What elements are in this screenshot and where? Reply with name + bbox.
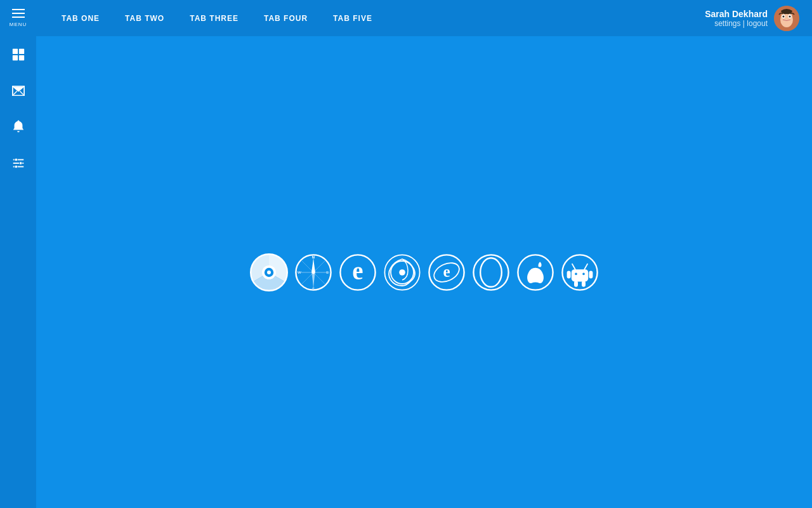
svg-rect-1: [18, 48, 23, 53]
svg-rect-2: [12, 55, 17, 60]
svg-rect-56: [582, 281, 586, 287]
apple-icon: [514, 251, 556, 293]
svg-rect-55: [574, 281, 578, 287]
hamburger-line-2: [12, 13, 25, 14]
svg-point-8: [15, 158, 18, 161]
mail-icon[interactable]: [0, 72, 36, 109]
svg-point-44: [473, 255, 508, 290]
svg-point-10: [15, 165, 18, 168]
svg-point-31: [311, 271, 315, 274]
svg-point-17: [789, 15, 791, 17]
svg-rect-54: [589, 271, 593, 278]
svg-line-52: [584, 264, 587, 269]
ie-icon: e: [426, 251, 467, 293]
svg-point-23: [267, 271, 271, 274]
notifications-icon[interactable]: [0, 109, 36, 145]
svg-text:S: S: [311, 286, 314, 290]
svg-rect-53: [566, 271, 570, 278]
svg-line-51: [572, 264, 575, 269]
top-nav: TAB ONE TAB TWO TAB THREE TAB FOUR TAB F…: [36, 0, 812, 36]
safari-icon: N E S W: [292, 251, 334, 293]
logout-link[interactable]: logout: [747, 19, 768, 28]
content-area: N E S W e: [36, 36, 812, 508]
tab-two[interactable]: TAB TWO: [112, 0, 177, 36]
menu-button[interactable]: MENU: [0, 0, 36, 36]
settings-link[interactable]: settings: [714, 19, 740, 28]
opera-icon: [470, 251, 511, 293]
svg-point-40: [399, 269, 405, 276]
tab-four[interactable]: TAB FOUR: [251, 0, 320, 36]
tab-one[interactable]: TAB ONE: [49, 0, 112, 36]
android-icon: [559, 251, 600, 293]
svg-text:W: W: [297, 270, 301, 274]
svg-point-50: [582, 272, 585, 275]
nav-tabs: TAB ONE TAB TWO TAB THREE TAB FOUR TAB F…: [49, 0, 705, 36]
svg-point-45: [480, 258, 502, 287]
svg-point-49: [575, 272, 577, 275]
separator: |: [743, 19, 745, 28]
svg-text:e: e: [443, 263, 450, 280]
svg-text:E: E: [326, 270, 329, 274]
svg-point-16: [783, 15, 785, 17]
user-info: Sarah Dekhard settings | logout: [705, 9, 768, 28]
firefox-icon: [381, 251, 422, 293]
chrome-icon: [248, 251, 289, 293]
browser-icons-group: N E S W e: [248, 251, 600, 293]
svg-rect-3: [18, 55, 23, 60]
menu-label: MENU: [10, 22, 27, 27]
tab-five[interactable]: TAB FIVE: [320, 0, 385, 36]
user-area: Sarah Dekhard settings | logout: [705, 6, 799, 31]
avatar: [774, 6, 799, 31]
main-area: TAB ONE TAB TWO TAB THREE TAB FOUR TAB F…: [36, 0, 812, 508]
hamburger-line-1: [12, 9, 25, 10]
svg-text:N: N: [311, 255, 314, 259]
svg-rect-48: [571, 269, 587, 281]
edge-icon: e: [337, 251, 378, 293]
svg-marker-30: [311, 272, 315, 286]
svg-rect-0: [12, 48, 17, 53]
svg-point-4: [17, 120, 19, 122]
sidebar: MENU: [0, 0, 36, 508]
dashboard-icon[interactable]: [0, 36, 36, 72]
svg-text:e: e: [352, 257, 363, 284]
user-actions: settings | logout: [705, 19, 768, 28]
controls-icon[interactable]: [0, 145, 36, 181]
user-name: Sarah Dekhard: [705, 9, 768, 19]
hamburger-line-3: [12, 17, 25, 18]
tab-three[interactable]: TAB THREE: [177, 0, 251, 36]
svg-point-9: [19, 161, 22, 164]
